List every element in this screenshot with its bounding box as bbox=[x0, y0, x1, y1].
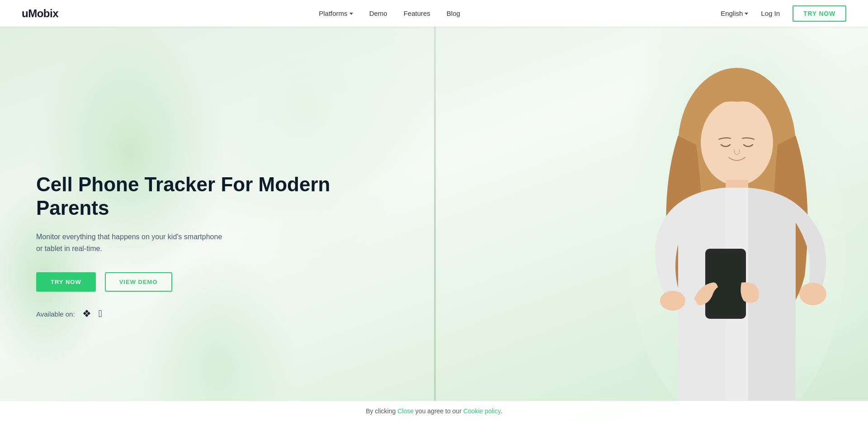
nav-links: Platforms Demo Features Blog bbox=[319, 9, 460, 18]
login-label: Log In bbox=[761, 9, 780, 17]
hero-title: Cell Phone Tracker For Modern Parents bbox=[36, 173, 398, 221]
hero-image-area bbox=[434, 27, 868, 421]
demo-label: Demo bbox=[369, 9, 387, 17]
hero-try-now-button[interactable]: TRY NOW bbox=[36, 272, 96, 292]
hero-view-demo-button[interactable]: VIEW DEMO bbox=[105, 272, 172, 292]
cookie-bar: By clicking Close you agree to our Cooki… bbox=[0, 401, 868, 421]
hero-section: Cell Phone Tracker For Modern Parents Mo… bbox=[0, 27, 868, 421]
blog-label: Blog bbox=[447, 9, 460, 17]
navbar: uMobix Platforms Demo Features Blog En bbox=[0, 0, 868, 27]
language-label: English bbox=[721, 9, 743, 17]
features-link[interactable]: Features bbox=[404, 9, 430, 17]
cookie-text-middle: you agree to our bbox=[414, 407, 463, 415]
hero-text-area: Cell Phone Tracker For Modern Parents Mo… bbox=[0, 155, 434, 320]
nav-item-blog[interactable]: Blog bbox=[447, 9, 460, 18]
cookie-policy-link[interactable]: Cookie policy bbox=[463, 407, 500, 415]
nav-item-platforms[interactable]: Platforms bbox=[319, 9, 353, 17]
cookie-policy-label: Cookie policy bbox=[463, 407, 500, 415]
svg-point-6 bbox=[799, 283, 826, 305]
nav-item-demo[interactable]: Demo bbox=[369, 9, 387, 18]
blog-link[interactable]: Blog bbox=[447, 9, 460, 17]
chevron-down-icon bbox=[745, 13, 748, 15]
apple-icon:  bbox=[99, 308, 102, 320]
android-icon: ❖ bbox=[82, 308, 91, 320]
cookie-text-before: By clicking bbox=[366, 407, 397, 415]
login-link[interactable]: Log In bbox=[761, 9, 780, 17]
hero-view-demo-label: VIEW DEMO bbox=[119, 279, 158, 285]
hero-content: Cell Phone Tracker For Modern Parents Mo… bbox=[0, 27, 868, 421]
hero-buttons: TRY NOW VIEW DEMO bbox=[36, 272, 398, 292]
available-on-label: Available on: bbox=[36, 310, 75, 318]
available-on-section: Available on: ❖  bbox=[36, 308, 398, 320]
hero-subtitle: Monitor everything that happens on your … bbox=[36, 231, 226, 254]
logo-text: uMobix bbox=[22, 7, 58, 19]
nav-item-features[interactable]: Features bbox=[404, 9, 430, 18]
woman-illustration bbox=[606, 54, 868, 421]
platforms-label: Platforms bbox=[319, 9, 347, 17]
platforms-link[interactable]: Platforms bbox=[319, 9, 353, 17]
features-label: Features bbox=[404, 9, 430, 17]
logo[interactable]: uMobix bbox=[22, 7, 58, 20]
chevron-down-icon bbox=[349, 13, 353, 15]
demo-link[interactable]: Demo bbox=[369, 9, 387, 17]
hero-try-now-label: TRY NOW bbox=[51, 279, 81, 285]
cookie-close-label: Close bbox=[397, 407, 414, 415]
nav-try-now-label: TRY NOW bbox=[803, 10, 835, 17]
svg-point-2 bbox=[701, 99, 773, 185]
language-selector[interactable]: English bbox=[721, 9, 748, 17]
cookie-text-end: . bbox=[500, 407, 502, 415]
nav-try-now-button[interactable]: TRY NOW bbox=[793, 5, 846, 22]
nav-right: English Log In TRY NOW bbox=[721, 5, 846, 22]
svg-point-5 bbox=[660, 291, 685, 311]
cookie-close-link[interactable]: Close bbox=[397, 407, 414, 415]
